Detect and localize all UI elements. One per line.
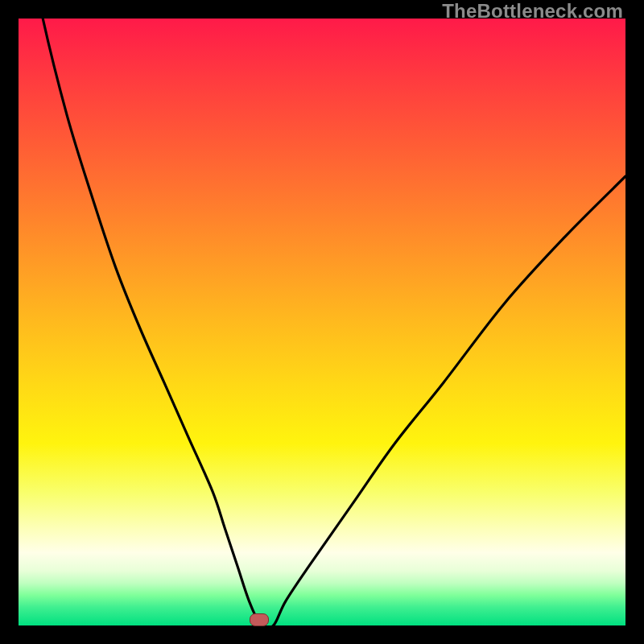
plot-area [19,19,625,625]
watermark-text: TheBottleneck.com [442,0,623,23]
bottleneck-curve [19,19,625,625]
optimal-point-marker [250,613,269,626]
outer-frame: TheBottleneck.com [0,0,644,644]
